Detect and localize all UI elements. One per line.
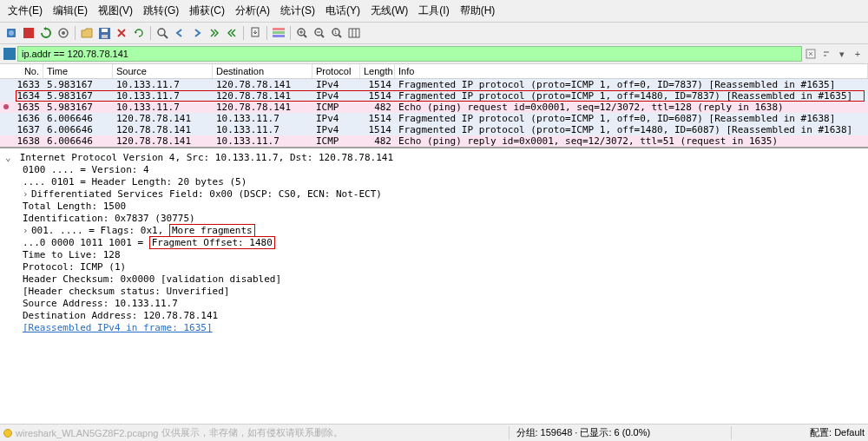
cell-dst: 10.133.11.7 — [213, 124, 312, 135]
packet-row[interactable]: 16335.98316710.133.11.7120.78.78.141IPv4… — [0, 79, 868, 90]
save-file-icon[interactable] — [96, 25, 112, 41]
filter-dropdown-icon[interactable]: ▾ — [835, 47, 849, 61]
packet-list-header: No. Time Source Destination Protocol Len… — [0, 64, 868, 79]
expand-icon[interactable]: › — [23, 188, 31, 201]
tree-protocol[interactable]: Protocol: ICMP (1) — [0, 261, 868, 273]
start-capture-icon[interactable] — [3, 25, 19, 41]
filter-add-icon[interactable]: + — [851, 47, 865, 61]
tree-reassembled-link[interactable]: [Reassembled IPv4 in frame: 1635] — [0, 322, 868, 334]
tree-dsf[interactable]: ›Differentiated Services Field: 0x00 (DS… — [0, 188, 868, 201]
flags-highlight: More fragments — [169, 224, 255, 237]
col-destination[interactable]: Destination — [213, 64, 312, 78]
close-file-icon[interactable] — [114, 25, 129, 41]
tree-checksum[interactable]: Header Checksum: 0x0000 [validation disa… — [0, 273, 868, 286]
packet-details-pane[interactable]: ⌄ Internet Protocol Version 4, Src: 10.1… — [0, 148, 868, 424]
go-first-icon[interactable] — [224, 25, 240, 41]
svg-line-17 — [321, 35, 324, 37]
menu-file[interactable]: 文件(E) — [3, 2, 47, 20]
tree-fragment-offset[interactable]: ...0 0000 1011 1001 = Fragment Offset: 1… — [0, 237, 868, 249]
collapse-icon[interactable]: ⌄ — [5, 152, 14, 164]
packet-list: No. Time Source Destination Protocol Len… — [0, 64, 868, 148]
tree-ttl[interactable]: Time to Live: 128 — [0, 249, 868, 261]
menu-edit[interactable]: 编辑(E) — [49, 2, 92, 20]
display-filter-input[interactable] — [17, 46, 802, 62]
menu-telephony[interactable]: 电话(Y) — [321, 2, 365, 20]
tree-checksum-status[interactable]: [Header checksum status: Unverified] — [0, 286, 868, 298]
stop-capture-icon[interactable] — [21, 25, 36, 41]
expert-info-icon[interactable] — [3, 429, 12, 438]
cell-dst: 120.78.78.141 — [213, 102, 312, 113]
menu-analyze[interactable]: 分析(A) — [231, 2, 274, 20]
open-file-icon[interactable] — [79, 25, 95, 41]
cell-dst: 120.78.78.141 — [213, 90, 312, 102]
resize-columns-icon[interactable] — [346, 25, 362, 41]
tree-version[interactable]: 0100 .... = Version: 4 — [0, 164, 868, 176]
toolbar: 1 — [0, 23, 868, 44]
tree-header-length[interactable]: .... 0101 = Header Length: 20 bytes (5) — [0, 176, 868, 188]
col-protocol[interactable]: Protocol — [312, 64, 360, 78]
status-file: wireshark_WLAN5GZ8F2.pcapng — [16, 428, 158, 438]
cell-src: 10.133.11.7 — [113, 90, 213, 102]
toolbar-separator — [290, 26, 291, 40]
cell-len: 482 — [360, 102, 395, 113]
col-source[interactable]: Source — [113, 64, 213, 78]
packet-row[interactable]: 16355.98316710.133.11.7120.78.78.141ICMP… — [0, 102, 868, 113]
col-info[interactable]: Info — [395, 64, 868, 78]
cell-len: 1514 — [360, 124, 395, 135]
zoom-in-icon[interactable] — [294, 25, 310, 41]
col-time[interactable]: Time — [43, 64, 113, 78]
menu-view[interactable]: 视图(V) — [94, 2, 137, 20]
reload-icon[interactable] — [131, 25, 147, 41]
find-icon[interactable] — [155, 25, 170, 41]
tree-total-length[interactable]: Total Length: 1500 — [0, 201, 868, 213]
filter-bookmark-icon[interactable] — [3, 48, 16, 60]
fragment-offset-highlight: Fragment Offset: 1480 — [149, 236, 275, 249]
go-to-packet-icon[interactable] — [207, 25, 222, 41]
go-forward-icon[interactable] — [189, 25, 205, 41]
col-length[interactable]: Length — [360, 64, 395, 78]
status-profile[interactable]: 配置: Default — [731, 426, 865, 439]
cell-len: 1514 — [360, 113, 395, 124]
menu-capture[interactable]: 捕获(C) — [185, 2, 229, 20]
zoom-reset-icon[interactable]: 1 — [329, 25, 345, 41]
menu-tools[interactable]: 工具(I) — [414, 2, 453, 20]
go-back-icon[interactable] — [172, 25, 187, 41]
svg-line-9 — [164, 35, 168, 38]
menu-wireless[interactable]: 无线(W) — [366, 2, 412, 20]
svg-point-1 — [9, 30, 14, 36]
auto-scroll-icon[interactable] — [247, 25, 263, 41]
tree-src-addr[interactable]: Source Address: 10.133.11.7 — [0, 298, 868, 310]
cell-proto: IPv4 — [312, 113, 360, 124]
capture-options-icon[interactable] — [56, 25, 71, 41]
svg-point-8 — [158, 29, 165, 36]
zoom-out-icon[interactable] — [312, 25, 327, 41]
filter-apply-icon[interactable] — [819, 47, 833, 61]
menu-goto[interactable]: 跳转(G) — [139, 2, 183, 20]
status-hint: 仅供展示，非存储，如有侵权请联系删除。 — [161, 426, 343, 439]
colorize-icon[interactable] — [271, 25, 286, 41]
packet-row[interactable]: 16345.98316710.133.11.7120.78.78.141IPv4… — [0, 90, 868, 102]
packet-row[interactable]: 16376.006646120.78.78.14110.133.11.7IPv4… — [0, 124, 868, 135]
tree-identification[interactable]: Identification: 0x7837 (30775) — [0, 213, 868, 225]
cell-info: Fragmented IP protocol (proto=ICMP 1, of… — [395, 90, 868, 102]
filter-clear-icon[interactable] — [804, 47, 818, 61]
tree-dst-addr[interactable]: Destination Address: 120.78.78.141 — [0, 310, 868, 322]
packet-row[interactable]: 16386.006646120.78.78.14110.133.11.7ICMP… — [0, 135, 868, 147]
cell-src: 120.78.78.141 — [113, 124, 213, 135]
packet-list-body[interactable]: 16335.98316710.133.11.7120.78.78.141IPv4… — [0, 79, 868, 147]
col-no[interactable]: No. — [0, 64, 43, 78]
tree-flags[interactable]: ›001. .... = Flags: 0x1, More fragments — [0, 225, 868, 237]
cell-len: 482 — [360, 135, 395, 147]
menu-statistics[interactable]: 统计(S) — [276, 2, 319, 20]
expand-icon[interactable]: › — [23, 225, 31, 237]
cell-info: Echo (ping) request id=0x0001, seq=12/30… — [395, 102, 868, 113]
restart-capture-icon[interactable] — [38, 25, 54, 41]
menu-help[interactable]: 帮助(H) — [456, 2, 500, 20]
cell-src: 120.78.78.141 — [113, 113, 213, 124]
svg-rect-11 — [273, 28, 285, 30]
cell-proto: ICMP — [312, 135, 360, 147]
cell-no: 1633 — [0, 79, 43, 90]
svg-line-19 — [339, 35, 341, 37]
packet-row[interactable]: 16366.006646120.78.78.14110.133.11.7IPv4… — [0, 113, 868, 124]
tree-ipv4-header[interactable]: ⌄ Internet Protocol Version 4, Src: 10.1… — [0, 152, 868, 164]
